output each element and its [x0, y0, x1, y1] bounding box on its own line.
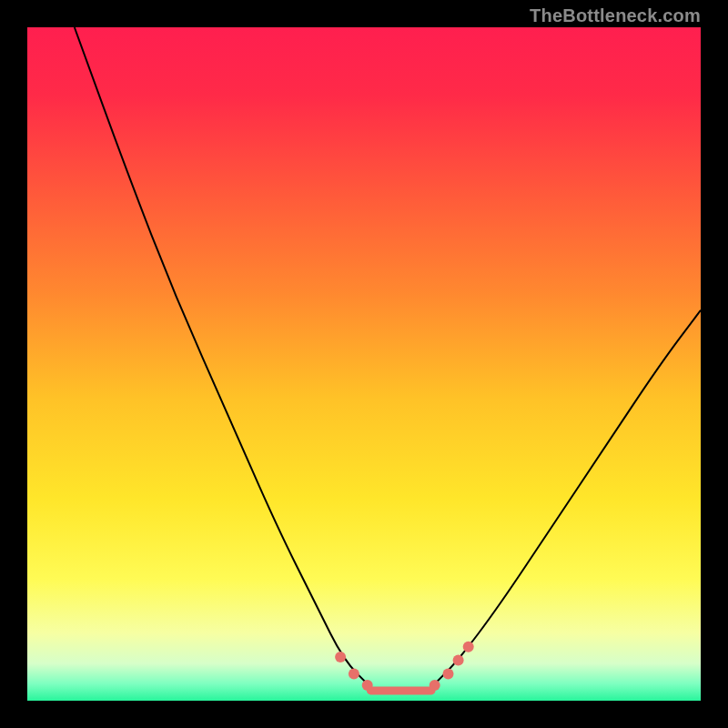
marker-dot — [463, 642, 474, 652]
marker-dot — [430, 680, 440, 691]
curve-layer — [27, 27, 701, 701]
marker-dot — [349, 668, 359, 679]
curve-right-arm — [431, 310, 701, 687]
curve-left-arm — [75, 27, 371, 687]
watermark-text: TheBottleneck.com — [530, 5, 701, 26]
marker-dot — [362, 680, 373, 691]
marker-dot — [443, 668, 454, 679]
marker-dot — [335, 652, 346, 662]
plot-frame — [27, 27, 701, 701]
marker-dot — [453, 655, 464, 666]
